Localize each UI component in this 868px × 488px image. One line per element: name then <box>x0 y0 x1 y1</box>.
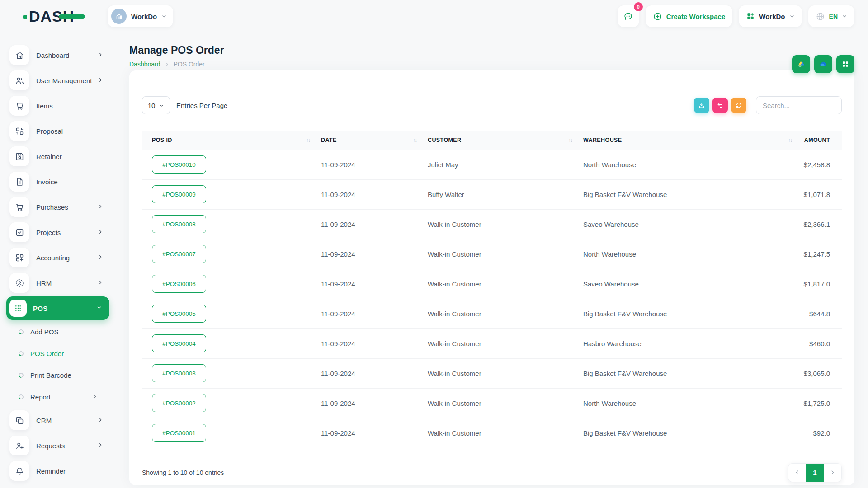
chevron-right-icon <box>98 441 103 450</box>
entries-per-page-label: Entries Per Page <box>176 102 227 109</box>
account-menu[interactable]: WorkDo <box>739 5 802 27</box>
cell-customer: Walk-in Customer <box>418 209 573 239</box>
language-selector[interactable]: EN <box>808 5 854 27</box>
logo-dot-icon <box>23 15 27 19</box>
cell-customer: Walk-in Customer <box>418 269 573 299</box>
sidebar-subitem-report[interactable]: Report <box>0 386 117 408</box>
current-page-button[interactable]: 1 <box>806 464 824 482</box>
pos-id-link[interactable]: #POS00006 <box>152 275 206 293</box>
sidebar-item-proposal[interactable]: Proposal <box>0 118 117 144</box>
pos-id-link[interactable]: #POS00004 <box>152 334 206 352</box>
sidebar-subitem-add-pos[interactable]: Add POS <box>0 321 117 343</box>
pos-id-link[interactable]: #POS00002 <box>152 394 206 412</box>
chevron-right-icon <box>98 279 103 287</box>
sidebar-subitem-print-barcode[interactable]: Print Barcode <box>0 364 117 386</box>
cell-customer: Walk-in Customer <box>418 299 573 328</box>
cell-date: 11-09-2024 <box>311 388 418 418</box>
check-square-icon <box>9 222 29 242</box>
cell-date: 11-09-2024 <box>311 209 418 239</box>
column-header-amount[interactable]: AMOUNT <box>793 131 842 150</box>
bullet-icon <box>18 350 24 357</box>
cell-customer: Walk-in Customer <box>418 418 573 448</box>
google-drive-icon <box>797 60 806 69</box>
cell-warehouse: Saveo Warehouse <box>573 209 793 239</box>
entries-per-page-select[interactable]: 10 <box>142 96 170 114</box>
cell-warehouse: Big Basket F&V Warehouse <box>573 358 793 388</box>
pos-order-card: 10 Entries Per Page <box>129 70 854 485</box>
next-page-button[interactable] <box>824 464 841 482</box>
breadcrumb-dashboard-link[interactable]: Dashboard <box>129 61 160 68</box>
export-button[interactable] <box>694 98 709 113</box>
chevron-down-icon <box>96 304 102 312</box>
undo-button[interactable] <box>712 98 728 113</box>
workspace-building-icon <box>111 9 127 24</box>
cell-amount: $460.0 <box>793 328 842 358</box>
language-label: EN <box>829 13 838 20</box>
workspace-name: WorkDo <box>131 13 157 20</box>
sidebar-item-user-management[interactable]: User Management <box>0 68 117 93</box>
cell-customer: Juliet May <box>418 150 573 179</box>
prev-page-button[interactable] <box>788 464 806 482</box>
sidebar-item-dashboard[interactable]: Dashboard <box>0 42 117 68</box>
pos-id-link[interactable]: #POS00010 <box>152 155 206 174</box>
sidebar-item-reminder[interactable]: Reminder <box>0 458 117 483</box>
sidebar-item-accounting[interactable]: Accounting <box>0 245 117 270</box>
sidebar-item-requests[interactable]: Requests <box>0 433 117 458</box>
grid-plus-icon <box>746 12 755 21</box>
table-row: #POS00006 11-09-2024 Walk-in Customer Sa… <box>142 269 842 299</box>
sidebar-item-purchases[interactable]: Purchases <box>0 194 117 220</box>
cell-amount: $1,247.5 <box>793 239 842 269</box>
column-header-date[interactable]: DATE↑↓ <box>311 131 418 150</box>
chevron-down-icon <box>842 14 847 19</box>
sidebar-item-items[interactable]: Items <box>0 93 117 118</box>
copy-icon <box>9 410 29 430</box>
bullet-icon <box>18 371 24 378</box>
cell-warehouse: North Warehouse <box>573 150 793 179</box>
pos-id-link[interactable]: #POS00003 <box>152 364 206 382</box>
sidebar-item-retainer[interactable]: Retainer <box>0 144 117 169</box>
pos-id-link[interactable]: #POS00001 <box>152 424 206 442</box>
column-header-warehouse[interactable]: WAREHOUSE↑↓ <box>573 131 793 150</box>
column-header-pos-id[interactable]: POS ID↑↓ <box>142 131 311 150</box>
search-input[interactable] <box>756 96 842 114</box>
table-row: #POS00009 11-09-2024 Buffy Walter Big Ba… <box>142 179 842 209</box>
google-drive-button[interactable] <box>792 55 810 73</box>
cell-date: 11-09-2024 <box>311 269 418 299</box>
workspace-selector[interactable]: WorkDo <box>108 5 173 27</box>
sort-icon: ↑↓ <box>788 137 793 143</box>
pos-id-link[interactable]: #POS00009 <box>152 185 206 203</box>
pos-id-link[interactable]: #POS00005 <box>152 305 206 323</box>
create-workspace-button[interactable]: Create Workspace <box>646 5 733 27</box>
sidebar: Dashboard User Management Items Proposal… <box>0 33 117 488</box>
onedrive-button[interactable] <box>814 55 832 73</box>
table-row: #POS00007 11-09-2024 Walk-in Customer No… <box>142 239 842 269</box>
messages-button[interactable]: 0 <box>618 5 639 27</box>
pos-id-link[interactable]: #POS00008 <box>152 215 206 233</box>
table-row: #POS00004 11-09-2024 Walk-in Customer Ha… <box>142 328 842 358</box>
undo-arrow-icon <box>717 102 724 109</box>
boxes-swap-icon <box>9 121 29 141</box>
cell-amount: $644.8 <box>793 299 842 328</box>
sidebar-item-projects[interactable]: Projects <box>0 220 117 245</box>
chevron-right-icon <box>98 203 103 211</box>
sidebar-item-pos[interactable]: POS <box>6 296 109 320</box>
refresh-button[interactable] <box>731 98 746 113</box>
sidebar-item-invoice[interactable]: Invoice <box>0 169 117 194</box>
sidebar-subitem-pos-order[interactable]: POS Order <box>0 343 117 364</box>
cell-warehouse: Big Basket F&V Warehouse <box>573 418 793 448</box>
cell-date: 11-09-2024 <box>311 358 418 388</box>
pos-id-link[interactable]: #POS00007 <box>152 245 206 263</box>
grid-view-button[interactable] <box>836 55 854 73</box>
cell-customer: Walk-in Customer <box>418 328 573 358</box>
chevron-right-icon <box>98 51 103 59</box>
sidebar-item-crm[interactable]: CRM <box>0 408 117 433</box>
cell-customer: Walk-in Customer <box>418 358 573 388</box>
table-row: #POS00002 11-09-2024 Walk-in Customer No… <box>142 388 842 418</box>
sidebar-item-hrm[interactable]: HRM <box>0 270 117 296</box>
cell-warehouse: Saveo Warehouse <box>573 269 793 299</box>
bell-icon <box>9 461 29 481</box>
page-title: Manage POS Order <box>129 44 854 56</box>
column-header-customer[interactable]: CUSTOMER↑↓ <box>418 131 573 150</box>
cell-amount: $3,065.0 <box>793 358 842 388</box>
brand-logo[interactable]: DASH <box>29 8 97 25</box>
